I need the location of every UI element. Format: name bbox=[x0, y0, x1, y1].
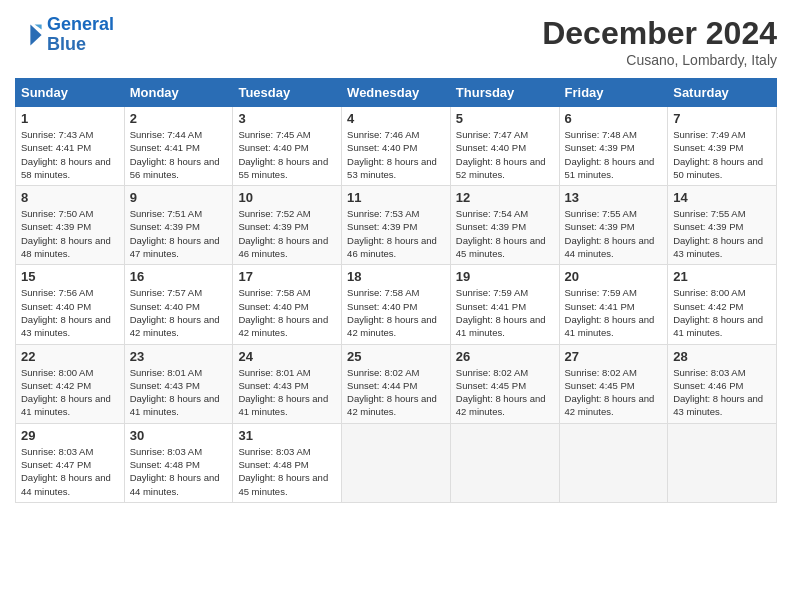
day-info: Sunrise: 7:55 AMSunset: 4:39 PMDaylight:… bbox=[565, 207, 663, 260]
calendar-cell: 12Sunrise: 7:54 AMSunset: 4:39 PMDayligh… bbox=[450, 186, 559, 265]
calendar-table: Sunday Monday Tuesday Wednesday Thursday… bbox=[15, 78, 777, 503]
day-info: Sunrise: 7:57 AMSunset: 4:40 PMDaylight:… bbox=[130, 286, 228, 339]
calendar-cell bbox=[342, 423, 451, 502]
calendar-cell: 7Sunrise: 7:49 AMSunset: 4:39 PMDaylight… bbox=[668, 107, 777, 186]
day-number: 17 bbox=[238, 269, 336, 284]
calendar-cell: 26Sunrise: 8:02 AMSunset: 4:45 PMDayligh… bbox=[450, 344, 559, 423]
calendar-row: 29Sunrise: 8:03 AMSunset: 4:47 PMDayligh… bbox=[16, 423, 777, 502]
day-info: Sunrise: 7:59 AMSunset: 4:41 PMDaylight:… bbox=[456, 286, 554, 339]
calendar-cell: 15Sunrise: 7:56 AMSunset: 4:40 PMDayligh… bbox=[16, 265, 125, 344]
calendar-cell: 4Sunrise: 7:46 AMSunset: 4:40 PMDaylight… bbox=[342, 107, 451, 186]
day-number: 7 bbox=[673, 111, 771, 126]
calendar-cell: 31Sunrise: 8:03 AMSunset: 4:48 PMDayligh… bbox=[233, 423, 342, 502]
calendar-cell: 25Sunrise: 8:02 AMSunset: 4:44 PMDayligh… bbox=[342, 344, 451, 423]
day-info: Sunrise: 7:51 AMSunset: 4:39 PMDaylight:… bbox=[130, 207, 228, 260]
day-info: Sunrise: 7:53 AMSunset: 4:39 PMDaylight:… bbox=[347, 207, 445, 260]
day-info: Sunrise: 8:02 AMSunset: 4:44 PMDaylight:… bbox=[347, 366, 445, 419]
day-number: 21 bbox=[673, 269, 771, 284]
day-info: Sunrise: 7:49 AMSunset: 4:39 PMDaylight:… bbox=[673, 128, 771, 181]
day-number: 2 bbox=[130, 111, 228, 126]
day-info: Sunrise: 7:54 AMSunset: 4:39 PMDaylight:… bbox=[456, 207, 554, 260]
calendar-cell: 1Sunrise: 7:43 AMSunset: 4:41 PMDaylight… bbox=[16, 107, 125, 186]
day-number: 13 bbox=[565, 190, 663, 205]
day-number: 19 bbox=[456, 269, 554, 284]
day-number: 22 bbox=[21, 349, 119, 364]
day-number: 24 bbox=[238, 349, 336, 364]
day-number: 8 bbox=[21, 190, 119, 205]
day-info: Sunrise: 7:55 AMSunset: 4:39 PMDaylight:… bbox=[673, 207, 771, 260]
day-number: 20 bbox=[565, 269, 663, 284]
day-info: Sunrise: 7:43 AMSunset: 4:41 PMDaylight:… bbox=[21, 128, 119, 181]
header-row: Sunday Monday Tuesday Wednesday Thursday… bbox=[16, 79, 777, 107]
col-tuesday: Tuesday bbox=[233, 79, 342, 107]
calendar-cell: 28Sunrise: 8:03 AMSunset: 4:46 PMDayligh… bbox=[668, 344, 777, 423]
day-number: 18 bbox=[347, 269, 445, 284]
header: General Blue December 2024 Cusano, Lomba… bbox=[15, 15, 777, 68]
day-info: Sunrise: 8:03 AMSunset: 4:48 PMDaylight:… bbox=[238, 445, 336, 498]
svg-marker-1 bbox=[35, 24, 42, 29]
day-info: Sunrise: 8:01 AMSunset: 4:43 PMDaylight:… bbox=[130, 366, 228, 419]
page-container: General Blue December 2024 Cusano, Lomba… bbox=[0, 0, 792, 513]
calendar-cell bbox=[668, 423, 777, 502]
location-subtitle: Cusano, Lombardy, Italy bbox=[542, 52, 777, 68]
day-number: 11 bbox=[347, 190, 445, 205]
calendar-cell: 23Sunrise: 8:01 AMSunset: 4:43 PMDayligh… bbox=[124, 344, 233, 423]
month-title: December 2024 bbox=[542, 15, 777, 52]
calendar-cell: 22Sunrise: 8:00 AMSunset: 4:42 PMDayligh… bbox=[16, 344, 125, 423]
day-number: 31 bbox=[238, 428, 336, 443]
day-number: 16 bbox=[130, 269, 228, 284]
logo: General Blue bbox=[15, 15, 114, 55]
calendar-cell: 27Sunrise: 8:02 AMSunset: 4:45 PMDayligh… bbox=[559, 344, 668, 423]
day-number: 26 bbox=[456, 349, 554, 364]
day-info: Sunrise: 7:56 AMSunset: 4:40 PMDaylight:… bbox=[21, 286, 119, 339]
calendar-cell: 10Sunrise: 7:52 AMSunset: 4:39 PMDayligh… bbox=[233, 186, 342, 265]
day-info: Sunrise: 7:58 AMSunset: 4:40 PMDaylight:… bbox=[238, 286, 336, 339]
day-info: Sunrise: 8:03 AMSunset: 4:47 PMDaylight:… bbox=[21, 445, 119, 498]
calendar-cell: 20Sunrise: 7:59 AMSunset: 4:41 PMDayligh… bbox=[559, 265, 668, 344]
calendar-cell bbox=[559, 423, 668, 502]
day-number: 25 bbox=[347, 349, 445, 364]
day-number: 14 bbox=[673, 190, 771, 205]
day-number: 10 bbox=[238, 190, 336, 205]
calendar-cell: 24Sunrise: 8:01 AMSunset: 4:43 PMDayligh… bbox=[233, 344, 342, 423]
col-monday: Monday bbox=[124, 79, 233, 107]
calendar-cell: 8Sunrise: 7:50 AMSunset: 4:39 PMDaylight… bbox=[16, 186, 125, 265]
calendar-cell: 21Sunrise: 8:00 AMSunset: 4:42 PMDayligh… bbox=[668, 265, 777, 344]
logo-text: General Blue bbox=[47, 15, 114, 55]
day-info: Sunrise: 8:03 AMSunset: 4:48 PMDaylight:… bbox=[130, 445, 228, 498]
day-info: Sunrise: 7:46 AMSunset: 4:40 PMDaylight:… bbox=[347, 128, 445, 181]
day-number: 23 bbox=[130, 349, 228, 364]
day-info: Sunrise: 7:48 AMSunset: 4:39 PMDaylight:… bbox=[565, 128, 663, 181]
col-saturday: Saturday bbox=[668, 79, 777, 107]
calendar-cell: 3Sunrise: 7:45 AMSunset: 4:40 PMDaylight… bbox=[233, 107, 342, 186]
day-info: Sunrise: 7:47 AMSunset: 4:40 PMDaylight:… bbox=[456, 128, 554, 181]
day-info: Sunrise: 8:03 AMSunset: 4:46 PMDaylight:… bbox=[673, 366, 771, 419]
day-number: 4 bbox=[347, 111, 445, 126]
calendar-cell: 16Sunrise: 7:57 AMSunset: 4:40 PMDayligh… bbox=[124, 265, 233, 344]
day-info: Sunrise: 7:59 AMSunset: 4:41 PMDaylight:… bbox=[565, 286, 663, 339]
day-number: 12 bbox=[456, 190, 554, 205]
title-block: December 2024 Cusano, Lombardy, Italy bbox=[542, 15, 777, 68]
day-info: Sunrise: 8:02 AMSunset: 4:45 PMDaylight:… bbox=[565, 366, 663, 419]
calendar-cell: 9Sunrise: 7:51 AMSunset: 4:39 PMDaylight… bbox=[124, 186, 233, 265]
day-number: 30 bbox=[130, 428, 228, 443]
calendar-row: 22Sunrise: 8:00 AMSunset: 4:42 PMDayligh… bbox=[16, 344, 777, 423]
day-info: Sunrise: 7:52 AMSunset: 4:39 PMDaylight:… bbox=[238, 207, 336, 260]
calendar-row: 8Sunrise: 7:50 AMSunset: 4:39 PMDaylight… bbox=[16, 186, 777, 265]
calendar-cell: 6Sunrise: 7:48 AMSunset: 4:39 PMDaylight… bbox=[559, 107, 668, 186]
day-info: Sunrise: 8:00 AMSunset: 4:42 PMDaylight:… bbox=[21, 366, 119, 419]
day-info: Sunrise: 7:50 AMSunset: 4:39 PMDaylight:… bbox=[21, 207, 119, 260]
calendar-cell: 19Sunrise: 7:59 AMSunset: 4:41 PMDayligh… bbox=[450, 265, 559, 344]
calendar-cell: 11Sunrise: 7:53 AMSunset: 4:39 PMDayligh… bbox=[342, 186, 451, 265]
day-info: Sunrise: 7:58 AMSunset: 4:40 PMDaylight:… bbox=[347, 286, 445, 339]
day-number: 29 bbox=[21, 428, 119, 443]
calendar-cell: 5Sunrise: 7:47 AMSunset: 4:40 PMDaylight… bbox=[450, 107, 559, 186]
calendar-cell: 29Sunrise: 8:03 AMSunset: 4:47 PMDayligh… bbox=[16, 423, 125, 502]
day-number: 5 bbox=[456, 111, 554, 126]
day-number: 9 bbox=[130, 190, 228, 205]
calendar-cell bbox=[450, 423, 559, 502]
calendar-cell: 17Sunrise: 7:58 AMSunset: 4:40 PMDayligh… bbox=[233, 265, 342, 344]
calendar-cell: 18Sunrise: 7:58 AMSunset: 4:40 PMDayligh… bbox=[342, 265, 451, 344]
col-friday: Friday bbox=[559, 79, 668, 107]
calendar-cell: 14Sunrise: 7:55 AMSunset: 4:39 PMDayligh… bbox=[668, 186, 777, 265]
